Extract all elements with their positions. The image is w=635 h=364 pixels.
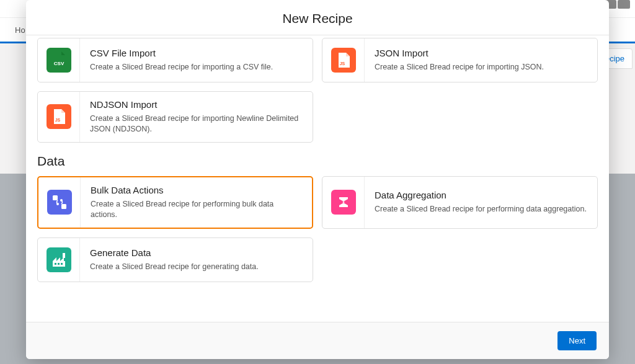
card-title: Data Aggregation [375,190,587,200]
ndjson-file-icon: JS [47,104,71,129]
card-icon-box [322,177,365,228]
empty-grid-cell [322,91,598,143]
card-desc: Create a Sliced Bread recipe for perform… [375,204,587,215]
bg-icon-3[interactable] [618,0,630,9]
card-bulk-data-actions[interactable]: Bulk Data Actions Create a Sliced Bread … [37,176,313,229]
svg-text:CSV: CSV [53,61,64,66]
import-cards-grid: CSV CSV File Import Create a Sliced Brea… [37,38,598,143]
card-title: CSV File Import [90,48,273,58]
card-icon-box: JS [38,92,80,142]
svg-rect-5 [53,195,58,200]
svg-rect-13 [61,263,63,265]
card-title: NDJSON Import [90,99,303,110]
modal-body: CSV CSV File Import Create a Sliced Brea… [26,35,609,322]
card-icon-box: CSV [38,38,80,82]
card-desc: Create a Sliced Bread recipe for importi… [375,62,544,73]
modal-footer: Next [26,322,609,359]
svg-text:JS: JS [55,118,60,122]
card-desc: Create a Sliced Bread recipe for importi… [90,113,303,135]
card-desc: Create a Sliced Bread recipe for perform… [91,199,302,220]
bulk-actions-icon [47,190,72,215]
card-generate-data[interactable]: Generate Data Create a Sliced Bread reci… [37,237,313,282]
svg-rect-11 [55,263,56,265]
sigma-icon [331,190,356,215]
factory-icon [47,247,71,272]
card-icon-box: JS [322,38,365,82]
csv-file-icon: CSV [47,48,71,73]
svg-rect-12 [58,263,60,265]
card-body: CSV File Import Create a Sliced Bread re… [80,38,283,82]
card-body: Data Aggregation Create a Sliced Bread r… [365,177,597,228]
next-button[interactable]: Next [557,331,597,350]
card-icon-box [38,238,80,282]
card-body: JSON Import Create a Sliced Bread recipe… [365,38,554,82]
card-ndjson-import[interactable]: JS NDJSON Import Create a Sliced Bread r… [37,91,313,143]
card-body: NDJSON Import Create a Sliced Bread reci… [80,92,313,142]
modal-title: New Recipe [41,11,594,26]
card-json-import[interactable]: JS JSON Import Create a Sliced Bread rec… [322,38,598,82]
svg-rect-6 [61,204,66,209]
card-body: Generate Data Create a Sliced Bread reci… [80,238,269,282]
card-body: Bulk Data Actions Create a Sliced Bread … [81,177,312,228]
data-cards-grid: Bulk Data Actions Create a Sliced Bread … [37,176,598,282]
new-recipe-modal: ✕ New Recipe CSV CSV File Import [26,0,609,359]
card-data-aggregation[interactable]: Data Aggregation Create a Sliced Bread r… [322,176,598,229]
card-title: Bulk Data Actions [91,185,302,195]
card-title: Generate Data [90,247,259,258]
card-desc: Create a Sliced Bread recipe for generat… [90,262,259,272]
svg-rect-10 [63,253,65,258]
card-csv-import[interactable]: CSV CSV File Import Create a Sliced Brea… [37,38,313,82]
nav-home-link[interactable]: Ho [15,25,25,35]
section-data-title: Data [37,154,598,169]
json-file-icon: JS [331,48,356,73]
card-title: JSON Import [375,48,544,58]
card-icon-box [38,177,81,228]
card-desc: Create a Sliced Bread recipe for importi… [90,62,273,73]
svg-text:JS: JS [339,61,345,66]
modal-header: New Recipe [26,0,609,35]
